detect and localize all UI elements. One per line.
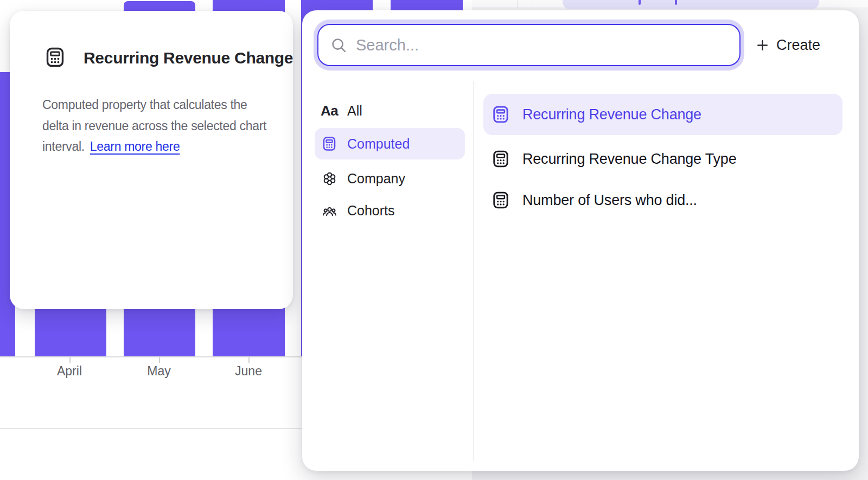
description-line: delta in revenue across the selected cha… bbox=[42, 116, 266, 137]
search-icon bbox=[330, 37, 347, 54]
filter-label: Cohorts bbox=[347, 203, 395, 219]
clipped-text-fragment bbox=[675, 0, 677, 5]
clipped-text-fragment bbox=[639, 0, 641, 5]
learn-more-link[interactable]: Learn more here bbox=[90, 139, 180, 153]
property-tooltip-card: Recurring Revenue Change Computed proper… bbox=[10, 11, 293, 309]
filter-computed[interactable]: Computed bbox=[315, 128, 465, 159]
screen: April May June Recurring Revenue Change … bbox=[0, 0, 868, 480]
filter-cohorts[interactable]: Cohorts bbox=[315, 195, 465, 226]
people-icon bbox=[321, 203, 337, 219]
axis-tick bbox=[69, 357, 71, 363]
filter-company[interactable]: Company bbox=[315, 163, 465, 194]
modal-column-divider bbox=[473, 81, 474, 461]
create-label: Create bbox=[776, 37, 820, 54]
cluster-icon bbox=[321, 171, 337, 187]
result-label: Number of Users who did... bbox=[522, 192, 697, 209]
filter-all[interactable]: Aa All bbox=[315, 95, 465, 126]
month-label-june: June bbox=[235, 364, 262, 379]
clipped-property-chip bbox=[563, 0, 819, 9]
result-label: Recurring Revenue Change bbox=[522, 106, 701, 123]
plus-icon bbox=[756, 39, 769, 52]
result-recurring-revenue-change-type[interactable]: Recurring Revenue Change Type bbox=[483, 138, 843, 180]
result-number-of-users[interactable]: Number of Users who did... bbox=[483, 180, 843, 221]
calculator-icon bbox=[492, 150, 510, 168]
month-label-april: April bbox=[57, 364, 82, 379]
card-description: Computed property that calculates the de… bbox=[42, 94, 266, 157]
result-label: Recurring Revenue Change Type bbox=[522, 151, 736, 168]
filter-label: Computed bbox=[347, 136, 410, 152]
description-line: interval.Learn more here bbox=[42, 136, 266, 157]
filter-label: Company bbox=[347, 171, 405, 187]
filter-label: All bbox=[347, 103, 362, 119]
axis-tick bbox=[159, 357, 160, 363]
description-line: Computed property that calculates the bbox=[42, 94, 266, 116]
card-title: Recurring Revenue Change bbox=[84, 49, 293, 67]
result-recurring-revenue-change[interactable]: Recurring Revenue Change bbox=[483, 94, 843, 135]
month-label-may: May bbox=[147, 364, 170, 379]
calculator-icon bbox=[321, 136, 337, 151]
text-format-icon: Aa bbox=[321, 103, 337, 119]
create-button[interactable]: Create bbox=[756, 32, 820, 58]
search-field[interactable] bbox=[317, 24, 741, 66]
panel-divider bbox=[517, 0, 518, 8]
calculator-icon bbox=[492, 191, 510, 209]
search-input[interactable] bbox=[356, 36, 729, 54]
calculator-icon bbox=[492, 105, 510, 124]
panel-divider bbox=[533, 0, 533, 8]
calculator-icon bbox=[44, 47, 66, 68]
property-picker-modal: Create Aa All Computed bbox=[302, 10, 859, 471]
axis-tick bbox=[248, 357, 250, 363]
